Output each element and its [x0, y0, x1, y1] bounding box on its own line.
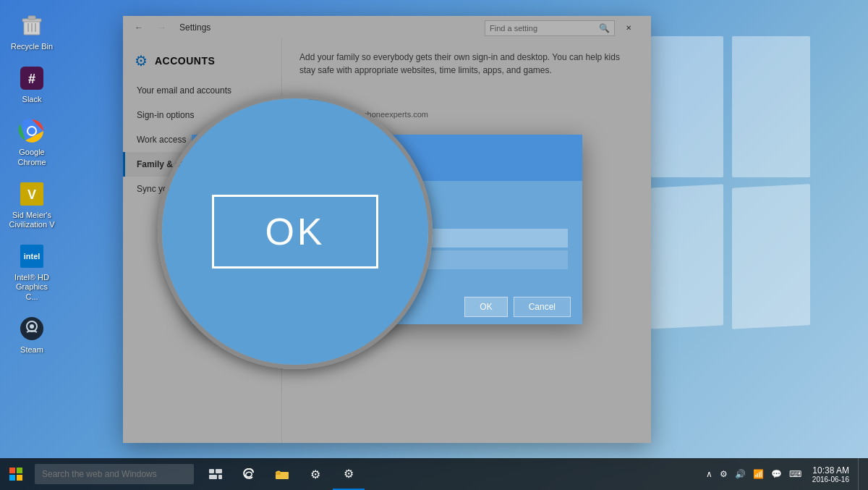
windows-logo-decoration: [651, 36, 810, 355]
speaker-icon[interactable]: 🔊: [733, 469, 748, 479]
svg-text:V: V: [27, 187, 36, 202]
settings-active-button[interactable]: ⚙: [333, 458, 365, 490]
taskbar-right: ∧ ⚙ 🔊 📶 💬 ⌨ 10:38 AM 2016-06-16: [704, 458, 868, 490]
svg-rect-2: [28, 16, 35, 20]
civ5-label: Sid Meier's Civilization V: [9, 211, 55, 229]
svg-rect-23: [216, 469, 222, 473]
svg-text:intel: intel: [24, 252, 41, 261]
dialog-title-main: Change a...: [206, 157, 568, 172]
notification-icon[interactable]: 💬: [769, 469, 784, 479]
dialog-body: 👤 Admini... Stand...: [192, 181, 582, 290]
taskbar: ⚙ ⚙ ∧ ⚙ 🔊 📶 💬 ⌨ 10:38 AM 2016-06-16: [0, 458, 868, 490]
dialog-ok-button[interactable]: OK: [464, 297, 507, 317]
civ5-icon[interactable]: V Sid Meier's Civilization V: [6, 176, 58, 232]
clock-date: 2016-06-16: [812, 476, 849, 483]
intel-hd-icon[interactable]: intel Intel® HD Graphics C...: [6, 238, 58, 305]
dialog-title-small: Change account type: [206, 146, 568, 154]
slack-label: Slack: [22, 95, 42, 104]
chevron-up-icon[interactable]: ∧: [704, 469, 715, 479]
wifi-icon[interactable]: 📶: [751, 469, 766, 479]
start-button[interactable]: [0, 458, 32, 490]
taskbar-clock[interactable]: 10:38 AM 2016-06-16: [807, 465, 855, 483]
svg-point-17: [30, 324, 34, 329]
edge-button[interactable]: [233, 458, 265, 490]
svg-rect-25: [218, 475, 222, 479]
settings-pinned-button[interactable]: ⚙: [299, 458, 331, 490]
dialog-radio-standard[interactable]: Stand...: [206, 250, 568, 269]
svg-rect-24: [209, 475, 217, 479]
settings-window: ← → Settings 🔍 — ☐ ✕ ⚙ ACCOUNTS: [123, 16, 651, 443]
dialog-radio-admin[interactable]: Admini...: [206, 229, 568, 248]
intel-hd-label: Intel® HD Graphics C...: [9, 273, 55, 302]
slack-icon[interactable]: # Slack: [6, 60, 58, 107]
dialog-avatar: 👤: [206, 193, 232, 219]
taskbar-pinned-apps: ⚙ ⚙: [200, 458, 365, 490]
keyboard-icon[interactable]: ⌨: [787, 469, 804, 479]
dialog-overlay: Change account type Change a... 👤 Admini…: [123, 16, 651, 443]
change-account-dialog: Change account type Change a... 👤 Admini…: [192, 135, 582, 324]
dialog-cancel-button[interactable]: Cancel: [514, 297, 571, 317]
dialog-footer: OK Cancel: [192, 290, 582, 324]
show-desktop-button[interactable]: [858, 458, 862, 490]
dialog-header: Change account type Change a...: [192, 135, 582, 181]
steam-icon[interactable]: Steam: [6, 311, 58, 358]
task-view-button[interactable]: [200, 458, 231, 490]
dialog-account-row: 👤: [206, 193, 568, 219]
chrome-icon[interactable]: Google Chrome: [6, 113, 58, 169]
file-explorer-button[interactable]: [266, 458, 298, 490]
taskbar-search-input[interactable]: [35, 464, 194, 484]
svg-rect-19: [17, 468, 22, 473]
chrome-label: Google Chrome: [9, 148, 55, 166]
dialog-radio-group: Admini... Stand...: [206, 229, 568, 269]
desktop: Recycle Bin # Slack: [0, 0, 868, 490]
svg-rect-21: [17, 475, 22, 481]
svg-rect-20: [9, 475, 15, 481]
recycle-bin-icon[interactable]: Recycle Bin: [6, 7, 58, 54]
svg-point-10: [28, 127, 35, 135]
svg-rect-22: [209, 469, 214, 473]
steam-label: Steam: [20, 345, 43, 355]
gear-systray-icon[interactable]: ⚙: [718, 469, 730, 479]
clock-time: 10:38 AM: [812, 465, 849, 476]
svg-rect-18: [9, 468, 15, 473]
recycle-bin-label: Recycle Bin: [11, 42, 53, 51]
desktop-icons-area: Recycle Bin # Slack: [0, 0, 116, 454]
svg-text:#: #: [28, 72, 35, 86]
